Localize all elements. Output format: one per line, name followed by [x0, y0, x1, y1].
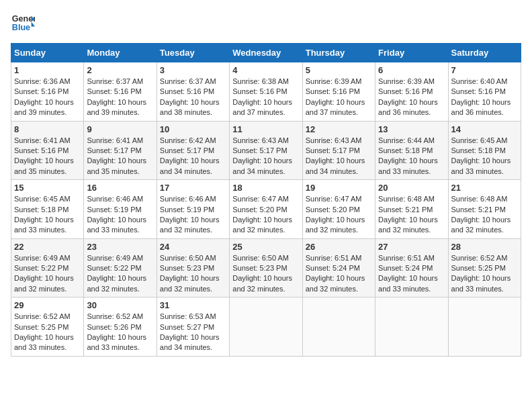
table-row: 21 Sunrise: 6:48 AMSunset: 5:21 PMDaylig…	[448, 180, 521, 239]
table-row	[302, 298, 375, 357]
table-row: 26 Sunrise: 6:51 AMSunset: 5:24 PMDaylig…	[302, 238, 375, 298]
day-number: 30	[87, 300, 153, 310]
table-row: 24 Sunrise: 6:50 AMSunset: 5:23 PMDaylig…	[157, 238, 229, 298]
day-info: Sunrise: 6:39 AMSunset: 5:16 PMDaylight:…	[306, 77, 365, 116]
day-info: Sunrise: 6:42 AMSunset: 5:17 PMDaylight:…	[160, 136, 220, 175]
calendar-table: SundayMondayTuesdayWednesdayThursdayFrid…	[11, 43, 521, 357]
table-row: 23 Sunrise: 6:49 AMSunset: 5:22 PMDaylig…	[84, 238, 157, 298]
logo-icon: General Blue	[11, 11, 35, 35]
day-info: Sunrise: 6:53 AMSunset: 5:27 PMDaylight:…	[160, 312, 220, 351]
table-row: 25 Sunrise: 6:50 AMSunset: 5:23 PMDaylig…	[230, 238, 302, 298]
day-info: Sunrise: 6:37 AMSunset: 5:16 PMDaylight:…	[160, 77, 220, 116]
day-info: Sunrise: 6:50 AMSunset: 5:23 PMDaylight:…	[160, 254, 220, 293]
day-number: 28	[451, 242, 518, 252]
day-number: 6	[378, 65, 445, 75]
day-number: 31	[160, 300, 226, 310]
day-number: 7	[451, 65, 518, 75]
table-row: 27 Sunrise: 6:51 AMSunset: 5:24 PMDaylig…	[375, 238, 448, 298]
day-number: 29	[14, 300, 81, 310]
table-row: 4 Sunrise: 6:38 AMSunset: 5:16 PMDayligh…	[230, 62, 302, 122]
day-number: 1	[14, 65, 81, 75]
day-number: 23	[87, 242, 153, 252]
day-number: 17	[160, 183, 226, 193]
day-number: 9	[87, 124, 153, 134]
day-number: 2	[87, 65, 153, 75]
table-row	[375, 298, 448, 357]
day-info: Sunrise: 6:49 AMSunset: 5:22 PMDaylight:…	[87, 254, 146, 293]
day-info: Sunrise: 6:39 AMSunset: 5:16 PMDaylight:…	[378, 77, 438, 116]
day-info: Sunrise: 6:48 AMSunset: 5:21 PMDaylight:…	[378, 195, 438, 234]
day-info: Sunrise: 6:40 AMSunset: 5:16 PMDaylight:…	[451, 77, 511, 116]
table-row: 9 Sunrise: 6:41 AMSunset: 5:17 PMDayligh…	[84, 121, 157, 180]
day-number: 13	[378, 124, 445, 134]
day-info: Sunrise: 6:52 AMSunset: 5:25 PMDaylight:…	[451, 254, 511, 293]
day-info: Sunrise: 6:37 AMSunset: 5:16 PMDaylight:…	[87, 77, 146, 116]
table-row: 2 Sunrise: 6:37 AMSunset: 5:16 PMDayligh…	[84, 62, 157, 122]
table-row: 16 Sunrise: 6:46 AMSunset: 5:19 PMDaylig…	[84, 180, 157, 239]
day-number: 27	[378, 242, 445, 252]
table-row: 29 Sunrise: 6:52 AMSunset: 5:25 PMDaylig…	[11, 298, 84, 357]
table-row: 22 Sunrise: 6:49 AMSunset: 5:22 PMDaylig…	[11, 238, 84, 298]
day-number: 26	[306, 242, 372, 252]
table-row: 3 Sunrise: 6:37 AMSunset: 5:16 PMDayligh…	[157, 62, 229, 122]
day-info: Sunrise: 6:45 AMSunset: 5:18 PMDaylight:…	[14, 195, 74, 234]
day-info: Sunrise: 6:43 AMSunset: 5:17 PMDaylight:…	[232, 136, 292, 175]
day-number: 21	[451, 183, 518, 193]
table-row: 12 Sunrise: 6:43 AMSunset: 5:17 PMDaylig…	[302, 121, 375, 180]
table-row: 15 Sunrise: 6:45 AMSunset: 5:18 PMDaylig…	[11, 180, 84, 239]
day-number: 25	[232, 242, 299, 252]
table-row: 31 Sunrise: 6:53 AMSunset: 5:27 PMDaylig…	[157, 298, 229, 357]
table-row: 18 Sunrise: 6:47 AMSunset: 5:20 PMDaylig…	[230, 180, 302, 239]
day-info: Sunrise: 6:51 AMSunset: 5:24 PMDaylight:…	[306, 254, 365, 293]
col-header-saturday: Saturday	[448, 44, 521, 62]
svg-text:Blue: Blue	[12, 23, 30, 32]
day-info: Sunrise: 6:46 AMSunset: 5:19 PMDaylight:…	[87, 195, 146, 234]
day-info: Sunrise: 6:46 AMSunset: 5:19 PMDaylight:…	[160, 195, 220, 234]
day-info: Sunrise: 6:47 AMSunset: 5:20 PMDaylight:…	[232, 195, 292, 234]
col-header-sunday: Sunday	[11, 44, 84, 62]
day-number: 16	[87, 183, 153, 193]
day-number: 19	[306, 183, 372, 193]
col-header-thursday: Thursday	[302, 44, 375, 62]
day-number: 20	[378, 183, 445, 193]
day-info: Sunrise: 6:51 AMSunset: 5:24 PMDaylight:…	[378, 254, 438, 293]
day-number: 22	[14, 242, 81, 252]
table-row: 10 Sunrise: 6:42 AMSunset: 5:17 PMDaylig…	[157, 121, 229, 180]
day-number: 11	[232, 124, 299, 134]
day-number: 4	[232, 65, 299, 75]
day-number: 8	[14, 124, 81, 134]
day-info: Sunrise: 6:52 AMSunset: 5:25 PMDaylight:…	[14, 312, 74, 351]
table-row: 5 Sunrise: 6:39 AMSunset: 5:16 PMDayligh…	[302, 62, 375, 122]
day-info: Sunrise: 6:43 AMSunset: 5:17 PMDaylight:…	[306, 136, 365, 175]
day-info: Sunrise: 6:52 AMSunset: 5:26 PMDaylight:…	[87, 312, 146, 351]
table-row: 28 Sunrise: 6:52 AMSunset: 5:25 PMDaylig…	[448, 238, 521, 298]
day-info: Sunrise: 6:48 AMSunset: 5:21 PMDaylight:…	[451, 195, 511, 234]
table-row: 19 Sunrise: 6:47 AMSunset: 5:20 PMDaylig…	[302, 180, 375, 239]
table-row: 17 Sunrise: 6:46 AMSunset: 5:19 PMDaylig…	[157, 180, 229, 239]
day-number: 15	[14, 183, 81, 193]
day-info: Sunrise: 6:50 AMSunset: 5:23 PMDaylight:…	[232, 254, 292, 293]
col-header-tuesday: Tuesday	[157, 44, 229, 62]
table-row: 1 Sunrise: 6:36 AMSunset: 5:16 PMDayligh…	[11, 62, 84, 122]
table-row: 14 Sunrise: 6:45 AMSunset: 5:18 PMDaylig…	[448, 121, 521, 180]
day-number: 18	[232, 183, 299, 193]
day-info: Sunrise: 6:49 AMSunset: 5:22 PMDaylight:…	[14, 254, 74, 293]
day-info: Sunrise: 6:36 AMSunset: 5:16 PMDaylight:…	[14, 77, 74, 116]
day-number: 14	[451, 124, 518, 134]
col-header-friday: Friday	[375, 44, 448, 62]
col-header-monday: Monday	[84, 44, 157, 62]
day-info: Sunrise: 6:44 AMSunset: 5:18 PMDaylight:…	[378, 136, 438, 175]
logo: General Blue	[11, 11, 35, 35]
table-row: 6 Sunrise: 6:39 AMSunset: 5:16 PMDayligh…	[375, 62, 448, 122]
table-row	[448, 298, 521, 357]
day-info: Sunrise: 6:41 AMSunset: 5:16 PMDaylight:…	[14, 136, 74, 175]
day-info: Sunrise: 6:38 AMSunset: 5:16 PMDaylight:…	[232, 77, 292, 116]
col-header-wednesday: Wednesday	[230, 44, 302, 62]
day-number: 3	[160, 65, 226, 75]
day-number: 5	[306, 65, 372, 75]
table-row: 7 Sunrise: 6:40 AMSunset: 5:16 PMDayligh…	[448, 62, 521, 122]
table-row	[230, 298, 302, 357]
day-number: 10	[160, 124, 226, 134]
day-number: 24	[160, 242, 226, 252]
table-row: 30 Sunrise: 6:52 AMSunset: 5:26 PMDaylig…	[84, 298, 157, 357]
